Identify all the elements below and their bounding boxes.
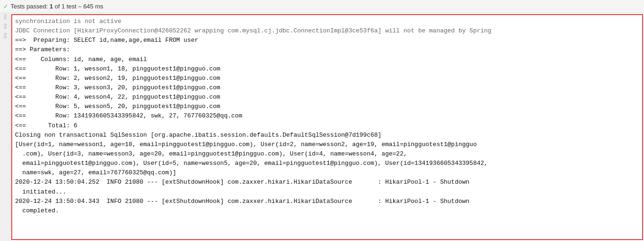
log-line: 2020-12-24 13:50:04.343 INFO 21080 --- [… <box>15 197 639 206</box>
tests-count: 1 <box>50 3 53 10</box>
tests-label: Tests passed: <box>10 3 48 10</box>
log-line: synchronization is not active <box>15 17 639 26</box>
log-line: .com), User(id=3, name=wesson3, age=20, … <box>15 149 639 159</box>
log-line: Closing non transactional SqlSession [or… <box>15 131 639 140</box>
log-line: <== Columns: id, name, age, email <box>15 55 639 64</box>
log-line: completed. <box>15 206 639 216</box>
log-line: <== Row: 3, wesson3, 20, pingguotest1@pi… <box>15 83 639 93</box>
tests-passed-label: Tests passed: 1 of 1 test – 645 ms <box>10 3 103 10</box>
log-line: JDBC Connection [HikariProxyConnection@4… <box>15 26 639 36</box>
console-content: synchronization is not activeJDBC Connec… <box>11 14 643 240</box>
main-console: synchronization is not activeJDBC Connec… <box>10 13 644 241</box>
log-line: <== Row: 1341936605343395842, swk, 27, 7… <box>15 111 639 121</box>
log-line: <== Row: 5, wesson5, 20, pingguotest1@pi… <box>15 102 639 111</box>
log-line: <== Row: 2, wesson2, 19, pingguotest1@pi… <box>15 74 639 83</box>
gutter-label2: ns <box>2 23 8 29</box>
log-line: initiated... <box>15 187 639 197</box>
top-bar: ✓ Tests passed: 1 of 1 test – 645 ms <box>0 0 644 13</box>
check-icon: ✓ <box>4 2 8 10</box>
log-line: <== Row: 1, wesson1, 18, pingguotest1@pi… <box>15 64 639 74</box>
log-line: name=swk, age=27, email=767760325@qq.com… <box>15 168 639 178</box>
gutter-label: ns <box>2 14 8 20</box>
log-line: <== Total: 6 <box>15 121 639 131</box>
log-line: ==> Preparing: SELECT id,name,age,email … <box>15 36 639 45</box>
log-line: <== Row: 4, wesson4, 22, pingguotest1@pi… <box>15 93 639 102</box>
log-line: 2020-12-24 13:50:04.252 INFO 21080 --- [… <box>15 178 639 187</box>
log-line: ==> Parameters: <box>15 45 639 54</box>
left-gutter: ns ns ns <box>0 13 10 241</box>
console-area: ns ns ns synchronization is not activeJD… <box>0 13 644 241</box>
gutter-label3: ns <box>2 33 8 39</box>
tests-duration: – 645 ms <box>78 3 103 10</box>
log-line: [User(id=1, name=wesson1, age=18, email=… <box>15 140 639 149</box>
tests-of: of 1 test <box>54 3 76 10</box>
log-line: email=pingguotest1@pingguo.com), User(id… <box>15 159 639 168</box>
